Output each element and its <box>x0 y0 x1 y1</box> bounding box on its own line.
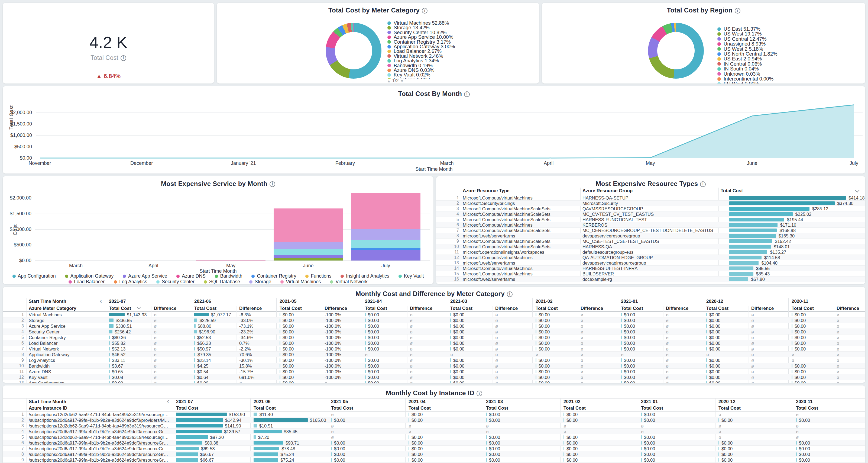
total-cost-header[interactable]: Total Cost <box>486 406 508 411</box>
column-header[interactable]: Azure Resource Type <box>463 188 509 194</box>
difference-header[interactable]: Difference <box>154 306 176 311</box>
cost-bar <box>194 347 195 350</box>
resource-group-cell: BUILDSERVER <box>583 271 717 277</box>
total-cost-header[interactable]: Total Cost <box>331 406 353 411</box>
total-cost-header[interactable]: Total Cost <box>176 406 198 411</box>
column-page-left-icon[interactable]: ‹ <box>100 298 102 304</box>
legend-item[interactable]: Virtual Network <box>330 279 367 284</box>
cost-value: $153.90 <box>229 412 245 417</box>
difference-header[interactable]: Difference <box>751 306 774 311</box>
total-cost-header[interactable]: Total Cost <box>706 306 728 311</box>
cost-bar <box>563 453 564 456</box>
month-header[interactable]: 2021-05 <box>331 399 348 404</box>
bar-segment[interactable] <box>274 255 343 258</box>
cost-value: $0.00 <box>721 418 733 423</box>
legend-item[interactable]: Virtual Machines <box>280 279 321 284</box>
month-header[interactable]: 2020-12 <box>718 399 735 404</box>
total-cost-header[interactable]: Total Cost <box>792 306 814 311</box>
total-cost-header[interactable]: Total Cost <box>109 306 131 311</box>
month-header[interactable]: 2021-01 <box>641 399 658 404</box>
bar-segment[interactable] <box>274 258 343 261</box>
month-header[interactable]: 2021-03 <box>486 399 503 404</box>
cost-bar <box>109 370 110 373</box>
total-cost-header[interactable]: Total Cost <box>408 406 431 411</box>
total-cost-header[interactable]: Total Cost <box>450 306 472 311</box>
cost-value: $0.00 <box>283 358 294 363</box>
bar-segment[interactable] <box>351 250 421 261</box>
total-cost-header[interactable]: Total Cost <box>280 306 302 311</box>
info-icon[interactable]: i <box>735 8 740 13</box>
bar-segment[interactable] <box>274 249 343 255</box>
cost-bar <box>450 336 451 339</box>
legend-item[interactable]: App Configuration <box>12 273 56 279</box>
legend-item[interactable]: Security Center <box>156 279 194 284</box>
difference-header[interactable]: Difference <box>495 306 518 311</box>
difference-header[interactable]: Difference <box>324 306 347 311</box>
legend-item[interactable]: Functions <box>305 273 331 279</box>
legend-item[interactable]: EU West 0.00% <box>717 81 759 84</box>
total-cost-header[interactable]: Total Cost <box>535 306 558 311</box>
bar-segment[interactable] <box>274 208 343 242</box>
y-tick-label: $0.00 <box>3 258 31 263</box>
month-header[interactable]: 2021-03 <box>450 299 467 304</box>
bar-segment[interactable] <box>274 242 343 249</box>
month-header[interactable]: 2021-06 <box>194 299 211 304</box>
info-icon[interactable]: i <box>422 8 428 13</box>
month-header[interactable]: 2020-11 <box>796 399 812 404</box>
total-cost-header[interactable]: Total Cost <box>796 406 818 411</box>
month-header[interactable]: 2021-02 <box>535 299 552 304</box>
total-cost-header[interactable]: Total Cost <box>621 306 643 311</box>
bar-segment[interactable] <box>351 193 421 229</box>
month-header[interactable]: 2021-07 <box>109 299 126 304</box>
total-cost-header[interactable]: Total Cost <box>194 306 216 311</box>
difference-header[interactable]: Difference <box>239 306 262 311</box>
month-header[interactable]: 2021-02 <box>563 399 580 404</box>
pager-down-icon[interactable]: ▼ <box>400 79 404 83</box>
total-cost-header[interactable]: Total Cost <box>641 406 663 411</box>
difference-value: ø <box>581 364 583 369</box>
month-header[interactable]: 2020-11 <box>792 299 808 304</box>
legend-item[interactable]: Key Vault <box>399 273 424 279</box>
pager-up-icon[interactable]: ▲ <box>387 79 391 83</box>
difference-header[interactable]: Difference <box>581 306 603 311</box>
month-header[interactable]: 2021-05 <box>280 299 297 304</box>
bar-segment[interactable] <box>351 240 421 248</box>
total-cost-header[interactable]: Total Cost <box>563 406 586 411</box>
info-icon[interactable]: i <box>121 55 126 61</box>
column-header[interactable]: Azure Resource Group <box>583 188 632 194</box>
bar-segment[interactable] <box>196 260 266 261</box>
legend-item[interactable]: Azure DNS <box>176 273 206 279</box>
legend-item[interactable]: Storage <box>249 279 271 284</box>
difference-value: ø <box>154 318 157 323</box>
total-cost-header[interactable]: Total Cost <box>718 406 741 411</box>
sort-chevron-icon[interactable] <box>855 188 860 193</box>
month-header[interactable]: 2020-12 <box>706 299 723 304</box>
month-header[interactable]: 2021-01 <box>621 299 638 304</box>
difference-value: ø <box>410 312 412 317</box>
legend-item[interactable]: Bandwidth <box>215 273 243 279</box>
sort-chevron-icon[interactable] <box>137 306 141 309</box>
difference-header[interactable]: Difference <box>666 306 688 311</box>
difference-header[interactable]: Difference <box>837 306 859 311</box>
difference-value: ø <box>666 346 669 352</box>
legend-item[interactable]: Insight and Analytics <box>341 273 389 279</box>
legend-item[interactable]: SQL Database <box>204 279 240 284</box>
legend-item[interactable]: Log Analytics <box>114 279 147 284</box>
legend-item[interactable]: Application Gateway <box>65 273 114 279</box>
month-header[interactable]: 2021-04 <box>365 299 382 304</box>
bar-segment[interactable] <box>351 229 421 240</box>
bar-segment[interactable] <box>351 248 421 250</box>
column-header[interactable]: Total Cost <box>721 188 743 194</box>
legend-item[interactable]: Load Balancer <box>68 279 104 284</box>
total-cost-header[interactable]: Total Cost <box>254 406 276 411</box>
column-page-left-icon[interactable]: ‹ <box>167 398 169 404</box>
total-cost-header[interactable]: Total Cost <box>365 306 387 311</box>
legend-item[interactable]: Azure App Service <box>123 273 167 279</box>
cost-bar <box>486 435 487 439</box>
info-icon[interactable]: i <box>700 181 706 187</box>
month-header[interactable]: 2021-06 <box>254 399 270 404</box>
difference-header[interactable]: Difference <box>410 306 432 311</box>
legend-item[interactable]: Container Registry <box>251 273 296 279</box>
month-header[interactable]: 2021-04 <box>408 399 425 404</box>
month-header[interactable]: 2021-07 <box>176 399 193 404</box>
